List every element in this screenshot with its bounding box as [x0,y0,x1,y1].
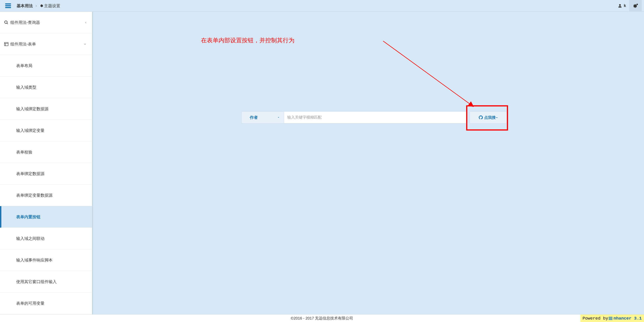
gear-icon [40,4,43,8]
svg-point-3 [636,4,638,5]
dropdown-label: 作者 [250,115,258,120]
caret-down-icon [277,116,280,119]
sidebar-item-label: 表单的可用变量 [16,301,44,306]
svg-rect-10 [609,317,612,317]
hamburger-icon [5,3,11,8]
sidebar-item-label: 输入域事件响应脚本 [16,257,52,263]
powered-by-badge[interactable]: Powered by nhancer 3.1 [580,314,644,322]
svg-rect-0 [5,3,11,5]
annotation-text: 在表单内部设置按钮，并控制其行为 [201,37,294,44]
sidebar-item-label: 表单绑定变量数据源 [16,193,52,198]
svg-rect-1 [5,5,11,6]
breadcrumb-separator: › [36,3,37,8]
sidebar-group-label: 组件用法-表单 [10,41,84,47]
svg-rect-11 [609,318,612,319]
form-row: 作者 点我搜~ [242,111,507,124]
sidebar-group-querier[interactable]: 组件用法-查询器 ‹ [0,12,92,33]
hamburger-menu-button[interactable] [4,2,12,10]
body: 组件用法-查询器 ‹ 组件用法-表单 表单布局输入域类型输入域绑定数据源输入域绑… [0,12,644,314]
user-icon [618,4,622,8]
sidebar-item-label: 表单校验 [16,149,32,155]
sidebar-item[interactable]: 输入域绑定数据源 [0,98,92,120]
powered-brand: nhancer 3.1 [614,316,642,321]
sidebar-item-label: 输入域类型 [16,85,36,90]
sidebar-item[interactable]: 表单绑定变量数据源 [0,184,92,206]
svg-line-5 [7,23,8,24]
annotation-arrow [383,41,478,113]
svg-line-9 [383,41,473,106]
breadcrumb-theme-label: 主题设置 [44,3,60,9]
sidebar-item[interactable]: 输入域类型 [0,77,92,98]
svg-rect-6 [4,42,8,46]
sidebar-item[interactable]: 输入域绑定变量 [0,120,92,141]
settings-button[interactable] [629,0,642,12]
sidebar-item-label: 表单内置按钮 [16,214,40,220]
topbar: 基本用法 › 主题设置 k [0,0,644,12]
sidebar-item[interactable]: 表单绑定数据源 [0,163,92,184]
svg-rect-2 [5,7,11,8]
sidebar-item[interactable]: 使用其它窗口组件输入 [0,271,92,292]
sidebar-item-label: 表单布局 [16,63,32,68]
user-label: k [624,3,626,8]
breadcrumb-theme[interactable]: 主题设置 [40,3,60,9]
sidebar-item[interactable]: 表单的可用变量 [0,292,92,314]
sidebar-item-label: 输入域绑定变量 [16,128,44,133]
sidebar-item[interactable]: 表单内置按钮 [0,206,92,228]
footer-copyright: ©2016 - 2017 无远信息技术有限公司 [291,316,353,321]
breadcrumb-root[interactable]: 基本用法 [17,3,33,9]
enhancer-logo-icon [609,316,613,320]
user-menu[interactable]: k [618,3,629,8]
search-button-label: 点我搜~ [484,115,498,120]
double-gear-icon [632,3,638,9]
chevron-down-icon [84,43,86,46]
sidebar-item[interactable]: 表单布局 [0,55,92,77]
svg-rect-12 [609,319,612,320]
footer: ©2016 - 2017 无远信息技术有限公司 Powered by nhanc… [0,314,644,322]
keyword-input[interactable] [284,111,467,124]
author-dropdown[interactable]: 作者 [242,111,284,124]
sidebar-item[interactable]: 输入域之间联动 [0,228,92,249]
github-icon [479,115,483,120]
form-icon [4,42,8,46]
breadcrumb: 基本用法 › 主题设置 [17,3,60,9]
sidebar-item-label: 输入域绑定数据源 [16,106,48,112]
sidebar-item[interactable]: 表单校验 [0,141,92,163]
powered-prefix: Powered by [583,316,608,321]
search-icon [4,20,8,25]
chevron-left-icon: ‹ [85,20,86,25]
sidebar-item-label: 表单绑定数据源 [16,171,44,176]
sidebar-item[interactable]: 输入域事件响应脚本 [0,249,92,271]
main-content: 在表单内部设置按钮，并控制其行为 作者 点我搜~ [92,12,644,314]
sidebar[interactable]: 组件用法-查询器 ‹ 组件用法-表单 表单布局输入域类型输入域绑定数据源输入域绑… [0,12,92,314]
sidebar-item-label: 输入域之间联动 [16,236,44,241]
sidebar-group-label: 组件用法-查询器 [10,20,85,25]
sidebar-item-label: 使用其它窗口组件输入 [16,279,57,284]
search-button[interactable]: 点我搜~ [470,111,507,124]
sidebar-group-form[interactable]: 组件用法-表单 [0,33,92,55]
svg-point-4 [5,21,8,24]
